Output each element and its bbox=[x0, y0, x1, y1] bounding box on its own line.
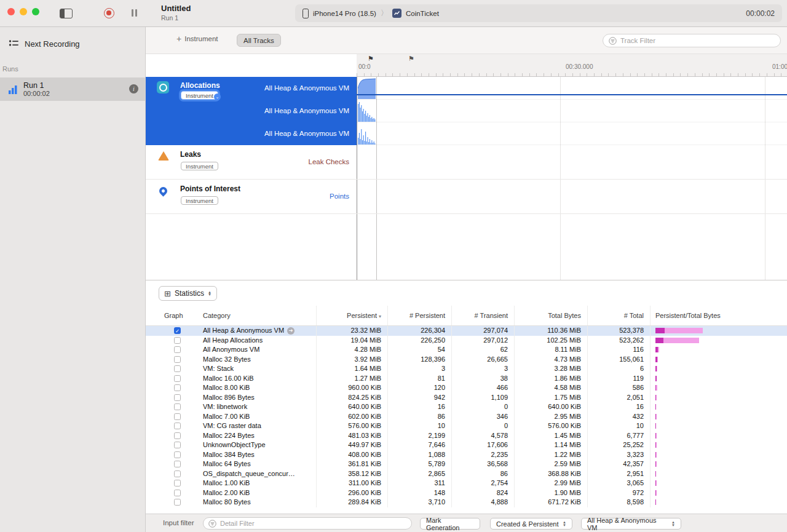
allocations-track-header[interactable]: Allocations Instrument ⌄ All Heap & Anon… bbox=[146, 77, 357, 145]
allocations-lane-graph-1[interactable] bbox=[357, 77, 787, 100]
table-row[interactable]: VM: CG raster data ➔ 576.00 KiB 10 0 576… bbox=[146, 421, 787, 431]
graph-checkbox[interactable] bbox=[174, 403, 181, 410]
track-leaks[interactable]: Leaks Instrument Leak Checks bbox=[146, 145, 787, 180]
bytes-bar-cell bbox=[650, 450, 787, 460]
table-row[interactable]: Malloc 384 Bytes ➔ 408.00 KiB 1,088 2,23… bbox=[146, 450, 787, 460]
focus-arrow-icon[interactable]: ➔ bbox=[287, 327, 295, 335]
track-filter-field[interactable] bbox=[603, 34, 781, 47]
run-list-item[interactable]: Run 1 00:00:02 i bbox=[0, 77, 146, 101]
close-window-button[interactable] bbox=[7, 8, 15, 15]
scope-popup-button[interactable]: All Heap & Anonymous VM ▲▼ bbox=[581, 518, 681, 530]
graph-checkbox[interactable] bbox=[174, 461, 181, 467]
graph-checkbox[interactable] bbox=[174, 451, 181, 458]
graph-checkbox[interactable] bbox=[174, 384, 181, 391]
lifecycle-popup-button[interactable]: Created & Persistent ▲▼ bbox=[490, 518, 572, 530]
persistent-cell: 481.03 KiB bbox=[316, 431, 387, 441]
track-allocations[interactable]: Allocations Instrument ⌄ All Heap & Anon… bbox=[146, 77, 787, 145]
chevron-down-icon[interactable]: ⌄ bbox=[214, 93, 221, 100]
table-row[interactable]: Malloc 224 Bytes ➔ 481.03 KiB 2,199 4,57… bbox=[146, 431, 787, 441]
graph-checkbox[interactable] bbox=[174, 442, 181, 448]
stats-table-body: ✓ All Heap & Anonymous VM ➔ 23.32 MiB 22… bbox=[146, 326, 787, 514]
graph-checkbox[interactable] bbox=[174, 480, 181, 486]
graph-checkbox[interactable] bbox=[174, 470, 181, 477]
record-button[interactable] bbox=[104, 8, 114, 18]
table-row[interactable]: Malloc 8.00 KiB ➔ 960.00 KiB 120 466 4.5… bbox=[146, 383, 787, 393]
allocations-lane-graph-2[interactable] bbox=[357, 100, 787, 122]
column-header-persistent[interactable]: Persistent▾ bbox=[316, 306, 387, 325]
leaks-track-header[interactable]: Leaks Instrument Leak Checks bbox=[146, 145, 357, 179]
detail-filter-input[interactable] bbox=[220, 520, 406, 527]
graph-checkbox[interactable] bbox=[174, 432, 181, 439]
detail-view-selector[interactable]: ⊞ Statistics ▲▼ bbox=[159, 286, 217, 301]
leaks-instrument-badge[interactable]: Instrument bbox=[181, 162, 218, 170]
pause-button[interactable] bbox=[132, 9, 137, 17]
table-row[interactable]: ✓ All Heap & Anonymous VM ➔ 23.32 MiB 22… bbox=[146, 326, 787, 336]
info-icon[interactable]: i bbox=[129, 84, 138, 93]
poi-instrument-badge[interactable]: Instrument bbox=[181, 196, 218, 205]
zoom-window-button[interactable] bbox=[32, 8, 39, 15]
table-row[interactable]: UnknownObjectType ➔ 449.97 KiB 7,646 17,… bbox=[146, 440, 787, 450]
graph-checkbox[interactable] bbox=[174, 413, 181, 420]
table-row[interactable]: OS_dispatch_queue_concur… ➔ 358.12 KiB 2… bbox=[146, 469, 787, 479]
track-points-of-interest[interactable]: Points of Interest Instrument Points bbox=[146, 180, 787, 214]
mark-generation-button[interactable]: Mark Generation bbox=[420, 518, 480, 530]
num-persistent-cell: 3 bbox=[387, 364, 451, 374]
persistent-cell: 23.32 MiB bbox=[316, 326, 387, 336]
table-row[interactable]: Malloc 80 Bytes ➔ 289.84 KiB 3,710 4,888… bbox=[146, 498, 787, 507]
column-header-num-persistent[interactable]: # Persistent bbox=[387, 306, 451, 325]
detail-filter-field[interactable] bbox=[203, 517, 412, 530]
table-row[interactable]: All Heap Allocations ➔ 19.04 MiB 226,250… bbox=[146, 336, 787, 346]
timeline-ruler[interactable]: ⚑ ⚑ 00:0 00:30.000 01:00 bbox=[357, 54, 787, 77]
flag-marker-icon[interactable]: ⚑ bbox=[368, 55, 374, 63]
category-cell: Malloc 896 Bytes ➔ bbox=[193, 393, 316, 403]
table-row[interactable]: Malloc 64 Bytes ➔ 361.81 KiB 5,789 36,56… bbox=[146, 459, 787, 469]
column-header-num-total[interactable]: # Total bbox=[587, 306, 650, 325]
table-row[interactable]: All Anonymous VM ➔ 4.28 MiB 54 62 8.11 M… bbox=[146, 345, 787, 355]
column-header-graph[interactable]: Graph bbox=[146, 306, 193, 325]
graph-checkbox[interactable] bbox=[174, 490, 181, 496]
graph-checkbox[interactable] bbox=[174, 423, 181, 429]
table-row[interactable]: Malloc 2.00 KiB ➔ 296.00 KiB 148 824 1.9… bbox=[146, 488, 787, 498]
target-selector[interactable]: iPhone14 Pro (18.5) 〉 CoinTicket 00:00:0… bbox=[295, 4, 782, 22]
graph-checkbox[interactable] bbox=[174, 375, 181, 382]
table-row[interactable]: VM: libnetwork ➔ 640.00 KiB 16 0 640.00 … bbox=[146, 402, 787, 412]
track-filter-input[interactable] bbox=[620, 37, 775, 44]
column-header-total-bytes[interactable]: Total Bytes bbox=[514, 306, 587, 325]
table-row[interactable]: Malloc 32 Bytes ➔ 3.92 MiB 128,396 26,66… bbox=[146, 355, 787, 365]
allocations-instrument-badge[interactable]: Instrument ⌄ bbox=[181, 91, 218, 100]
graph-checkbox[interactable] bbox=[174, 356, 181, 363]
table-row[interactable]: Malloc 16.00 KiB ➔ 1.27 MiB 81 38 1.86 M… bbox=[146, 374, 787, 384]
persistent-cell: 576.00 KiB bbox=[316, 421, 387, 431]
all-tracks-button[interactable]: All Tracks bbox=[237, 34, 281, 47]
graph-checkbox[interactable] bbox=[174, 365, 181, 372]
graph-checkbox[interactable] bbox=[174, 346, 181, 353]
device-name[interactable]: iPhone14 Pro (18.5) bbox=[313, 10, 376, 17]
add-instrument-button[interactable]: + Instrument bbox=[176, 35, 218, 42]
table-row[interactable]: Malloc 7.00 KiB ➔ 602.00 KiB 86 346 2.95… bbox=[146, 412, 787, 422]
flag-marker-icon[interactable]: ⚑ bbox=[408, 55, 414, 63]
graph-checkbox[interactable]: ✓ bbox=[174, 327, 181, 334]
graph-checkbox[interactable] bbox=[174, 394, 181, 401]
table-row[interactable]: VM: Stack ➔ 1.64 MiB 3 3 3.28 MiB 6 bbox=[146, 364, 787, 374]
column-header-num-transient[interactable]: # Transient bbox=[451, 306, 514, 325]
window-toolbar: Untitled Run 1 iPhone14 Pro (18.5) 〉 Coi… bbox=[0, 0, 787, 27]
process-name[interactable]: CoinTicket bbox=[406, 10, 439, 17]
table-row[interactable]: Malloc 1.00 KiB ➔ 311.00 KiB 311 2,754 2… bbox=[146, 478, 787, 488]
num-total-cell: 155,061 bbox=[587, 355, 650, 365]
num-transient-cell: 297,074 bbox=[451, 326, 514, 336]
num-total-cell: 523,262 bbox=[587, 336, 650, 346]
table-row[interactable]: Malloc 896 Bytes ➔ 824.25 KiB 942 1,109 … bbox=[146, 393, 787, 403]
column-header-persistent-total-bytes[interactable]: Persistent/Total Bytes bbox=[650, 306, 787, 325]
popup-chevrons-icon: ▲▼ bbox=[208, 291, 212, 296]
bar-transient bbox=[656, 385, 657, 391]
sidebar-toggle-icon[interactable] bbox=[60, 9, 73, 18]
minimize-window-button[interactable] bbox=[20, 8, 27, 15]
poi-track-header[interactable]: Points of Interest Instrument Points bbox=[146, 180, 357, 213]
graph-checkbox[interactable] bbox=[174, 499, 181, 506]
graph-checkbox[interactable] bbox=[174, 337, 181, 344]
run-duration: 00:00:02 bbox=[23, 90, 50, 97]
column-header-category[interactable]: Category bbox=[193, 306, 316, 325]
sidebar-item-next-recording[interactable]: Next Recording bbox=[0, 27, 145, 49]
allocations-lane-graph-3[interactable] bbox=[357, 122, 787, 145]
chevron-right-icon: 〉 bbox=[381, 8, 388, 18]
